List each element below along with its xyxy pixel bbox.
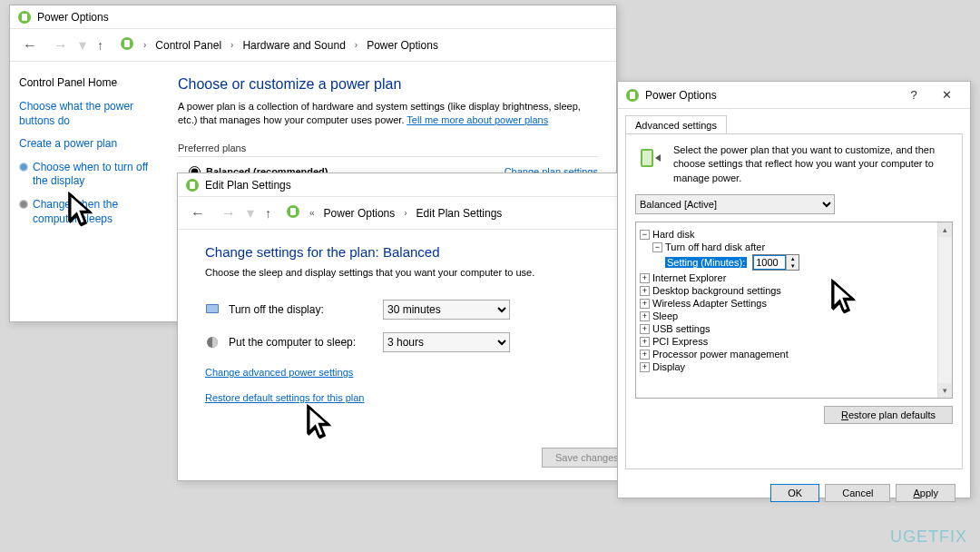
tree-item[interactable]: PCI Express [652, 336, 708, 347]
dialog-titlebar: Power Options ? ✕ [618, 82, 970, 109]
expand-icon[interactable]: + [640, 273, 650, 283]
sleep-icon [205, 335, 220, 350]
page-description: A power plan is a collection of hardware… [178, 100, 598, 128]
tree-item[interactable]: Desktop background settings [652, 285, 781, 296]
setting-minutes-label[interactable]: Setting (Minutes): [665, 257, 747, 268]
breadcrumb-item[interactable]: Edit Plan Settings [416, 207, 503, 220]
help-button[interactable]: ? [897, 88, 930, 102]
chevron-icon: › [230, 40, 233, 50]
page-heading: Choose or customize a power plan [178, 76, 598, 93]
tree-hard-disk[interactable]: Hard disk [652, 229, 694, 240]
turn-off-display-select[interactable]: 30 minutes [383, 300, 510, 320]
breadcrumb-item[interactable]: Power Options [367, 39, 438, 52]
expand-icon[interactable]: + [640, 324, 650, 334]
battery-icon [17, 10, 32, 25]
intro-text: Select the power plan that you want to c… [673, 143, 953, 185]
sleep-select[interactable]: 3 hours [383, 332, 510, 352]
ok-button[interactable]: OK [770, 484, 819, 502]
svg-rect-7 [290, 208, 296, 215]
svg-rect-14 [642, 151, 652, 165]
expand-icon[interactable]: + [640, 362, 650, 372]
svg-rect-3 [124, 40, 130, 47]
svg-rect-1 [22, 14, 27, 21]
sidebar-link-create-plan[interactable]: Create a power plan [19, 137, 151, 152]
close-button[interactable]: ✕ [930, 88, 963, 102]
apply-button[interactable]: Apply [896, 484, 956, 502]
up-button[interactable]: ↑ [92, 34, 109, 56]
tree-item[interactable]: Internet Explorer [652, 272, 726, 283]
tree-item[interactable]: Display [652, 361, 685, 372]
tab-strip: Advanced settings [618, 109, 970, 133]
up-button[interactable]: ↑ [260, 202, 277, 224]
turn-off-display-label: Turn off the display: [229, 303, 374, 316]
back-button[interactable]: ← [17, 34, 43, 57]
tree-item[interactable]: Processor power management [652, 349, 789, 360]
power-plan-select[interactable]: Balanced [Active] [635, 194, 835, 214]
scroll-down-icon[interactable]: ▾ [938, 383, 952, 398]
display-icon [205, 302, 220, 317]
tree-item[interactable]: Wireless Adapter Settings [652, 298, 767, 309]
expand-icon[interactable]: + [640, 337, 650, 347]
sidebar-link-computer-sleeps[interactable]: Change when the computer sleeps [19, 198, 151, 226]
chevron-icon: › [355, 40, 358, 50]
breadcrumb-item[interactable]: Power Options [324, 207, 396, 220]
advanced-settings-dialog: Power Options ? ✕ Advanced settings Sele… [617, 81, 971, 498]
expand-icon[interactable]: + [640, 311, 650, 321]
collapse-icon[interactable]: − [652, 242, 662, 252]
scrollbar[interactable]: ▴ ▾ [937, 222, 952, 398]
forward-button[interactable]: → [216, 202, 241, 225]
titlebar: Power Options [10, 5, 616, 29]
svg-rect-12 [630, 92, 635, 99]
chevron-icon: › [143, 40, 146, 50]
watermark: UGETFIX [890, 527, 967, 547]
battery-icon [185, 178, 200, 192]
svg-rect-9 [207, 305, 218, 312]
battery-plug-icon [635, 143, 664, 172]
restore-defaults-button[interactable]: Restore plan defaults [824, 406, 953, 424]
sleep-label: Put the computer to sleep: [229, 336, 374, 349]
tree-item[interactable]: Sleep [652, 310, 678, 321]
sidebar-link-power-buttons[interactable]: Choose what the power buttons do [19, 100, 151, 128]
battery-icon [625, 88, 640, 103]
settings-tree[interactable]: −Hard disk −Turn off hard disk after Set… [636, 222, 937, 398]
spinner-up[interactable]: ▲ [787, 255, 799, 262]
chevron-icon: « [309, 208, 315, 218]
tree-turn-off-hdd[interactable]: Turn off hard disk after [665, 242, 765, 252]
minutes-input[interactable] [753, 255, 786, 270]
svg-rect-5 [190, 182, 195, 189]
expand-icon[interactable]: + [640, 286, 650, 296]
spinner-down[interactable]: ▼ [787, 262, 799, 270]
cancel-button[interactable]: Cancel [825, 484, 890, 502]
sidebar-home[interactable]: Control Panel Home [19, 76, 151, 89]
tree-item[interactable]: USB settings [652, 323, 710, 334]
tab-advanced-settings[interactable]: Advanced settings [625, 115, 727, 134]
breadcrumb-item[interactable]: Control Panel [155, 39, 221, 52]
tab-panel: Select the power plan that you want to c… [625, 133, 963, 469]
breadcrumb-item[interactable]: Hardware and Sound [242, 39, 345, 52]
battery-icon [286, 204, 300, 219]
battery-icon [120, 36, 134, 51]
dialog-title: Power Options [645, 89, 897, 102]
expand-icon[interactable]: + [640, 299, 650, 309]
window-title: Edit Plan Settings [205, 179, 291, 192]
sidebar-link-turn-off-display[interactable]: Choose when to turn off the display [19, 161, 151, 189]
sidebar: Control Panel Home Choose what the power… [10, 62, 160, 321]
collapse-icon[interactable]: − [640, 230, 650, 240]
scroll-up-icon[interactable]: ▴ [938, 222, 952, 237]
window-title: Power Options [37, 11, 109, 24]
learn-more-link[interactable]: Tell me more about power plans [407, 114, 548, 125]
nav-toolbar: ← → ▾ ↑ › Control Panel › Hardware and S… [10, 29, 616, 62]
forward-button[interactable]: → [48, 34, 74, 57]
chevron-icon: › [404, 208, 407, 218]
minutes-spinner[interactable]: ▲▼ [752, 254, 799, 271]
back-button[interactable]: ← [185, 202, 211, 225]
expand-icon[interactable]: + [640, 350, 650, 360]
preferred-plans-label: Preferred plans [178, 143, 598, 157]
